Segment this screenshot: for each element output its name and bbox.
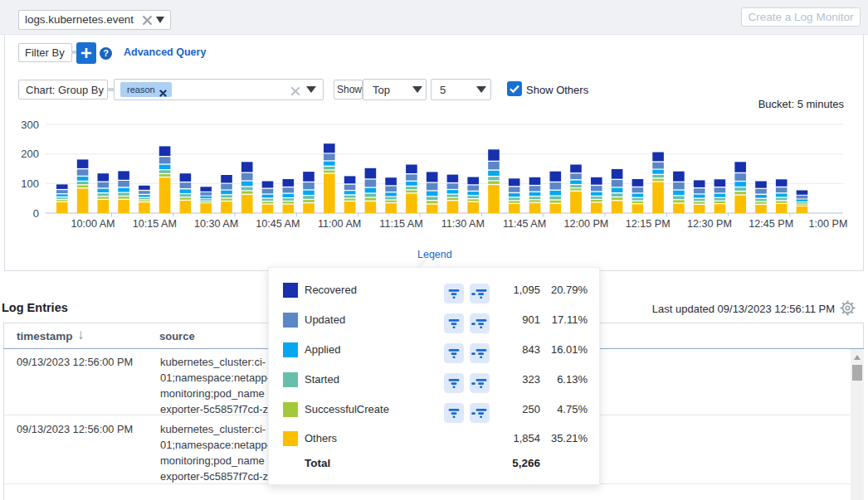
- svg-text:100: 100: [21, 177, 39, 190]
- svg-text:12:15 PM: 12:15 PM: [626, 218, 671, 230]
- svg-text:12:45 PM: 12:45 PM: [749, 218, 793, 230]
- svg-text:10:30 AM: 10:30 AM: [194, 218, 238, 230]
- svg-text:11:30 AM: 11:30 AM: [441, 218, 485, 230]
- svg-text:11:00 AM: 11:00 AM: [318, 218, 361, 230]
- svg-text:12:00 PM: 12:00 PM: [563, 218, 608, 230]
- svg-text:10:45 AM: 10:45 AM: [256, 218, 300, 230]
- svg-text:300: 300: [21, 119, 39, 131]
- svg-text:10:15 AM: 10:15 AM: [133, 218, 177, 230]
- svg-text:1:00 PM: 1:00 PM: [809, 218, 848, 230]
- svg-text:11:15 AM: 11:15 AM: [379, 218, 422, 230]
- svg-text:0: 0: [33, 207, 39, 220]
- svg-text:11:45 AM: 11:45 AM: [503, 218, 546, 230]
- svg-text:12:30 PM: 12:30 PM: [687, 218, 732, 230]
- svg-text:10:00 AM: 10:00 AM: [71, 218, 115, 230]
- svg-text:200: 200: [21, 148, 39, 160]
